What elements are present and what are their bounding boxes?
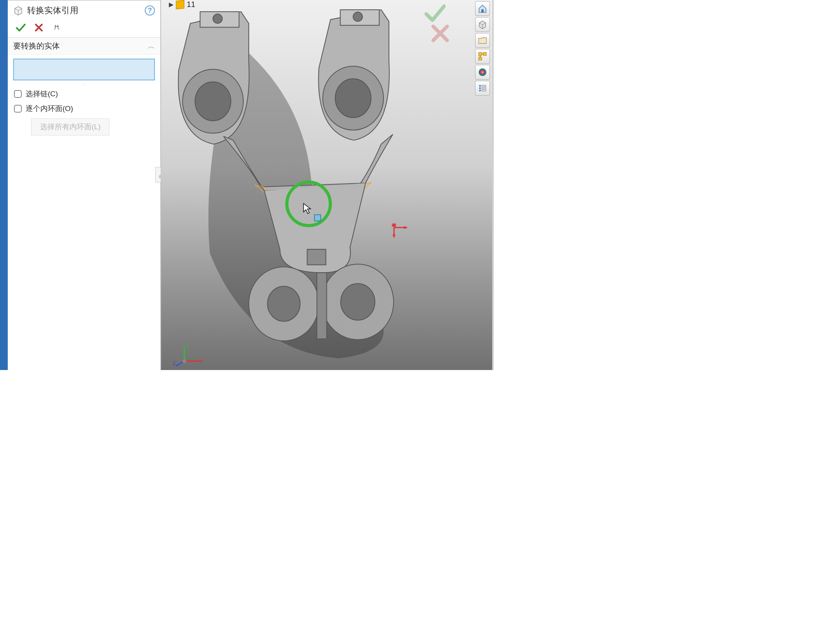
- open-file-button[interactable]: [475, 33, 490, 48]
- 3d-viewport[interactable]: ▶ 11: [161, 0, 492, 370]
- face-select-glyph-icon: [314, 214, 321, 221]
- cursor-highlight-ring: [285, 181, 332, 227]
- select-all-inner-button: 选择所有内环面(L): [31, 118, 109, 136]
- svg-rect-21: [481, 9, 484, 12]
- panel-title: 转换实体引用: [27, 5, 141, 16]
- svg-point-14: [267, 286, 300, 321]
- svg-text:Y: Y: [186, 344, 189, 349]
- part-icon: [176, 0, 184, 9]
- list-resize-handle[interactable]: ◦: [8, 82, 160, 87]
- svg-rect-27: [483, 52, 486, 56]
- breadcrumb-chevron-icon: ▶: [169, 1, 174, 8]
- view-toolbar: [475, 0, 490, 96]
- svg-point-15: [322, 264, 394, 340]
- svg-rect-32: [479, 85, 481, 87]
- convert-entities-icon: [13, 5, 23, 16]
- appearance-button[interactable]: [475, 65, 490, 80]
- inner-loop-label[interactable]: 逐个内环面(O): [26, 104, 73, 114]
- panel-header: 转换实体引用 ?: [8, 1, 160, 19]
- svg-rect-12: [307, 249, 326, 265]
- pin-button[interactable]: [51, 22, 62, 33]
- select-chain-row: 选择链(C): [8, 87, 160, 101]
- svg-rect-34: [479, 87, 481, 89]
- cursor-icon: [303, 203, 311, 216]
- property-manager-panel: 转换实体引用 ? 要转换的实体 ︿ ◦ 选择链(C) 逐个内环面(O: [8, 0, 161, 370]
- entities-group-title: 要转换的实体: [13, 41, 60, 51]
- svg-rect-35: [482, 87, 486, 89]
- svg-point-11: [353, 12, 363, 21]
- svg-point-4: [182, 70, 243, 134]
- svg-rect-36: [479, 90, 481, 91]
- svg-point-31: [479, 68, 486, 76]
- inner-loop-row: 逐个内环面(O): [8, 101, 160, 116]
- entities-group-header[interactable]: 要转换的实体 ︿: [8, 37, 160, 55]
- svg-point-43: [182, 359, 186, 363]
- svg-point-9: [335, 79, 371, 118]
- svg-marker-20: [392, 235, 396, 238]
- entities-selection-list[interactable]: [13, 59, 155, 80]
- svg-marker-18: [404, 226, 407, 229]
- select-chain-label[interactable]: 选择链(C): [26, 89, 58, 99]
- svg-rect-10: [340, 10, 379, 25]
- collapse-chevron-icon[interactable]: ︿: [148, 42, 155, 51]
- svg-text:Z: Z: [173, 361, 175, 366]
- select-chain-checkbox[interactable]: [14, 90, 22, 98]
- confirm-action-row: [8, 19, 160, 37]
- display-pane-button[interactable]: [475, 81, 490, 96]
- inner-loop-checkbox[interactable]: [14, 105, 22, 113]
- svg-rect-33: [482, 85, 486, 87]
- svg-rect-26: [479, 52, 482, 56]
- origin-marker-icon: [390, 221, 409, 241]
- isometric-view-button[interactable]: [475, 17, 490, 32]
- part-model-illustration: [161, 0, 492, 370]
- home-view-button[interactable]: [475, 1, 490, 16]
- cancel-overlay-button[interactable]: [430, 23, 450, 45]
- svg-point-13: [249, 267, 319, 341]
- breadcrumb-number: 11: [187, 0, 195, 9]
- svg-point-5: [195, 82, 231, 121]
- svg-rect-28: [479, 57, 482, 60]
- cancel-button[interactable]: [33, 22, 44, 33]
- svg-rect-6: [200, 12, 239, 27]
- view-triad-icon[interactable]: Y Z: [173, 344, 208, 368]
- confirm-overlay-button[interactable]: [424, 2, 446, 26]
- feature-breadcrumb[interactable]: ▶ 11: [169, 0, 195, 9]
- svg-rect-37: [482, 90, 486, 91]
- svg-point-16: [341, 283, 375, 320]
- app-frame: 转换实体引用 ? 要转换的实体 ︿ ◦ 选择链(C) 逐个内环面(O: [0, 0, 494, 370]
- ok-button[interactable]: [15, 22, 26, 33]
- help-icon[interactable]: ?: [145, 5, 155, 16]
- svg-point-7: [213, 14, 222, 23]
- svg-point-8: [323, 66, 383, 130]
- assembly-view-button[interactable]: [475, 49, 490, 64]
